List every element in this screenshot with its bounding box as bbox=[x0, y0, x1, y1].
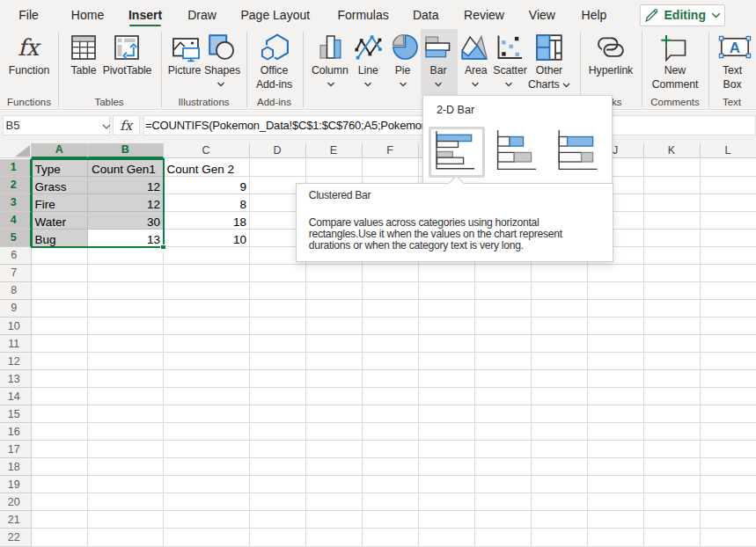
cell-A12[interactable] bbox=[32, 353, 89, 370]
tab-view[interactable]: View bbox=[529, 0, 555, 29]
cell-H12[interactable] bbox=[475, 353, 532, 370]
cell-J12[interactable] bbox=[588, 353, 644, 370]
other-charts-icon[interactable] bbox=[536, 34, 562, 61]
cell-K5[interactable] bbox=[644, 230, 701, 247]
cell-C7[interactable] bbox=[164, 265, 250, 282]
function-fx-icon[interactable]: fx bbox=[18, 34, 39, 61]
cell-G14[interactable] bbox=[419, 388, 475, 405]
cell-E13[interactable] bbox=[306, 370, 363, 388]
cell-F19[interactable] bbox=[363, 476, 419, 493]
cell-E15[interactable] bbox=[306, 405, 363, 423]
cell-C12[interactable] bbox=[164, 353, 250, 370]
cell-B20[interactable] bbox=[88, 493, 164, 511]
cell-I8[interactable] bbox=[532, 282, 588, 300]
cell-E19[interactable] bbox=[306, 476, 363, 493]
cell-D13[interactable] bbox=[250, 370, 306, 388]
row-header-18[interactable]: 18 bbox=[0, 458, 32, 476]
cell-J10[interactable] bbox=[588, 317, 644, 335]
cell-E12[interactable] bbox=[306, 353, 363, 370]
cell-A15[interactable] bbox=[32, 405, 89, 423]
cell-C16[interactable] bbox=[164, 423, 250, 441]
cell-I11[interactable] bbox=[532, 335, 588, 353]
cell-H7[interactable] bbox=[475, 265, 532, 282]
cell-C2[interactable]: 9 bbox=[164, 177, 250, 194]
cell-G16[interactable] bbox=[419, 423, 475, 441]
row-header-10[interactable]: 10 bbox=[0, 317, 32, 335]
cell-H10[interactable] bbox=[475, 317, 532, 335]
tab-file[interactable]: File bbox=[18, 0, 39, 29]
text-box-icon[interactable]: A bbox=[718, 35, 752, 59]
cell-G22[interactable] bbox=[419, 529, 475, 546]
cell-K11[interactable] bbox=[644, 335, 701, 353]
cell-L12[interactable] bbox=[701, 353, 756, 370]
cell-I15[interactable] bbox=[532, 405, 588, 423]
cell-I18[interactable] bbox=[532, 458, 588, 476]
cell-F13[interactable] bbox=[363, 370, 419, 388]
cell-B19[interactable] bbox=[88, 476, 164, 493]
cell-F20[interactable] bbox=[363, 493, 419, 511]
cell-F12[interactable] bbox=[363, 353, 419, 370]
cell-B16[interactable] bbox=[88, 423, 164, 441]
tab-page-layout[interactable]: Page Layout bbox=[240, 0, 310, 29]
cell-A7[interactable] bbox=[32, 265, 89, 282]
cell-F18[interactable] bbox=[363, 458, 419, 476]
row-header-15[interactable]: 15 bbox=[0, 405, 32, 423]
cell-K18[interactable] bbox=[644, 458, 701, 476]
cell-L17[interactable] bbox=[701, 441, 756, 458]
cell-C15[interactable] bbox=[164, 405, 250, 423]
cell-F9[interactable] bbox=[363, 300, 419, 317]
cell-A19[interactable] bbox=[32, 476, 89, 493]
cell-B2[interactable]: 12 bbox=[88, 177, 164, 194]
cell-L14[interactable] bbox=[701, 388, 756, 405]
cell-L21[interactable] bbox=[701, 511, 756, 529]
cell-J14[interactable] bbox=[588, 388, 644, 405]
row-header-16[interactable]: 16 bbox=[0, 423, 32, 441]
cell-D12[interactable] bbox=[250, 353, 306, 370]
cell-L8[interactable] bbox=[701, 282, 756, 300]
cell-F8[interactable] bbox=[363, 282, 419, 300]
cell-L4[interactable] bbox=[701, 212, 756, 230]
cell-C13[interactable] bbox=[164, 370, 250, 388]
cell-I13[interactable] bbox=[532, 370, 588, 388]
select-all-button[interactable] bbox=[0, 143, 32, 158]
cell-H17[interactable] bbox=[475, 441, 532, 458]
cell-I14[interactable] bbox=[532, 388, 588, 405]
row-header-8[interactable]: 8 bbox=[0, 282, 32, 300]
cell-L11[interactable] bbox=[701, 335, 756, 353]
cell-G17[interactable] bbox=[419, 441, 475, 458]
cell-G10[interactable] bbox=[419, 317, 475, 335]
cell-G11[interactable] bbox=[419, 335, 475, 353]
cell-D7[interactable] bbox=[250, 265, 306, 282]
row-header-1[interactable]: 1 bbox=[0, 159, 32, 177]
cell-E22[interactable] bbox=[306, 529, 363, 546]
cell-F10[interactable] bbox=[363, 317, 419, 335]
cell-D19[interactable] bbox=[250, 476, 306, 493]
cell-E1[interactable] bbox=[306, 159, 363, 177]
tab-data[interactable]: Data bbox=[413, 0, 439, 29]
cell-D18[interactable] bbox=[250, 458, 306, 476]
cell-A4[interactable]: Water bbox=[32, 212, 89, 230]
cell-D10[interactable] bbox=[250, 317, 306, 335]
pie-chart-icon[interactable] bbox=[391, 34, 419, 60]
cell-A10[interactable] bbox=[32, 317, 89, 335]
cell-J13[interactable] bbox=[588, 370, 644, 388]
cell-K12[interactable] bbox=[644, 353, 701, 370]
cell-I12[interactable] bbox=[532, 353, 588, 370]
cell-L5[interactable] bbox=[701, 230, 756, 247]
cell-B14[interactable] bbox=[88, 388, 164, 405]
cell-B10[interactable] bbox=[88, 317, 164, 335]
cell-B17[interactable] bbox=[88, 441, 164, 458]
pivottable-icon[interactable] bbox=[114, 35, 139, 60]
cell-G18[interactable] bbox=[419, 458, 475, 476]
cell-G21[interactable] bbox=[419, 511, 475, 529]
cell-J11[interactable] bbox=[588, 335, 644, 353]
cell-I22[interactable] bbox=[532, 529, 588, 546]
cell-G8[interactable] bbox=[419, 282, 475, 300]
column-header-E[interactable]: E bbox=[306, 143, 363, 158]
row-header-14[interactable]: 14 bbox=[0, 388, 32, 405]
cell-K13[interactable] bbox=[644, 370, 701, 388]
office-addins-icon[interactable] bbox=[261, 33, 290, 62]
cell-E14[interactable] bbox=[306, 388, 363, 405]
cell-I9[interactable] bbox=[532, 300, 588, 317]
cell-L20[interactable] bbox=[701, 493, 756, 511]
